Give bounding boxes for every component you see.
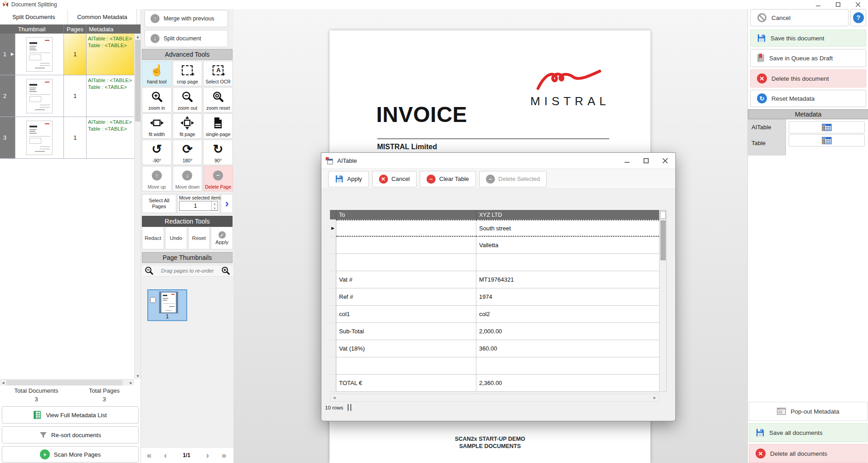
- document-row-3[interactable]: 3 1 AITable : <TABLE>Table : <TABLE>: [0, 117, 134, 159]
- scroll-down-icon[interactable]: ▼: [135, 373, 141, 379]
- help-button[interactable]: ?: [850, 9, 866, 26]
- scrollbar-thumb[interactable]: [6, 380, 122, 385]
- document-thumbnail[interactable]: [26, 37, 53, 72]
- reset-metadata-button[interactable]: ↻ Reset Metadata: [750, 90, 866, 107]
- save-this-document-button[interactable]: Save this document: [750, 29, 866, 47]
- row-selector[interactable]: [330, 254, 336, 271]
- merge-with-previous-button[interactable]: ↑ Merge with previous: [145, 10, 228, 27]
- apply-redaction-button[interactable]: ✓ Apply: [211, 227, 233, 249]
- select-ocr-button[interactable]: A+ Select OCR: [203, 61, 233, 86]
- popout-metadata-button[interactable]: Pop-out Metadata: [749, 402, 868, 421]
- scroll-left-icon[interactable]: ◄: [0, 380, 6, 386]
- grid-row-8[interactable]: Vat (18%) 360.00: [330, 340, 659, 357]
- save-all-documents-button[interactable]: Save all documents: [749, 423, 868, 442]
- rotate-180-button[interactable]: ⟳ 180°: [173, 140, 203, 165]
- grid-row-9[interactable]: [330, 357, 659, 375]
- first-page-button[interactable]: «: [141, 450, 157, 460]
- left-horizontal-scrollbar[interactable]: ◄ ►: [0, 379, 134, 385]
- view-full-metadata-button[interactable]: View Full Metadata List: [2, 406, 139, 424]
- grid-row-4[interactable]: Vat # MT19764321: [330, 271, 659, 288]
- scrollbar-top-box[interactable]: [660, 211, 666, 219]
- scrollbar-thumb[interactable]: [660, 220, 666, 260]
- grid-row-5[interactable]: Ref # 1974: [330, 288, 659, 306]
- redact-button[interactable]: Redact: [142, 227, 164, 249]
- grid-row-6[interactable]: col1 col2: [330, 306, 659, 323]
- undo-button[interactable]: Undo: [165, 227, 187, 249]
- scroll-left-icon[interactable]: ◄: [332, 395, 336, 400]
- row-selector[interactable]: [330, 340, 336, 357]
- thumbnail-cell[interactable]: [15, 34, 63, 75]
- page-select-checkbox[interactable]: [150, 297, 156, 303]
- tab-common-metadata[interactable]: Common Metadata: [68, 9, 137, 24]
- grid-vertical-scrollbar[interactable]: [659, 210, 667, 392]
- zoom-reset-button[interactable]: zoom reset: [203, 87, 233, 112]
- delete-all-documents-button[interactable]: ✕ Delete all documents: [749, 444, 868, 463]
- crop-page-button[interactable]: + crop page: [173, 61, 203, 86]
- previous-page-button[interactable]: ‹: [157, 450, 174, 460]
- spinner-arrows[interactable]: ▲▼: [211, 201, 218, 210]
- hand-tool-button[interactable]: ☝ hand tool: [142, 61, 172, 86]
- row-selector[interactable]: [330, 237, 336, 254]
- move-target-input[interactable]: [179, 201, 211, 210]
- row-selector[interactable]: [330, 357, 336, 375]
- dialog-cancel-button[interactable]: ✕ Cancel: [372, 171, 417, 187]
- delete-selected-button[interactable]: − Delete Selected: [479, 171, 547, 187]
- delete-this-document-button[interactable]: ✕ Delete this document: [750, 69, 866, 88]
- select-all-pages-button[interactable]: Select All Pages: [142, 194, 176, 213]
- zoom-in-button[interactable]: zoom in: [142, 87, 172, 112]
- row-selector[interactable]: [330, 271, 336, 288]
- dialog-title-bar[interactable]: AITable: [321, 153, 675, 168]
- scrollbar-thumb[interactable]: [135, 40, 141, 122]
- thumbnail-cell[interactable]: [15, 75, 63, 117]
- row-selector[interactable]: [330, 323, 336, 340]
- move-up-button[interactable]: ↑ Move up: [142, 166, 172, 191]
- reset-button[interactable]: Reset: [188, 227, 210, 249]
- page-preview[interactable]: [161, 292, 176, 312]
- fit-width-button[interactable]: fit width: [142, 113, 172, 139]
- dialog-close-button[interactable]: [655, 153, 674, 168]
- table-field-button[interactable]: [789, 134, 865, 146]
- grid-row-3[interactable]: [330, 254, 659, 271]
- left-vertical-scrollbar[interactable]: ▲ ▼: [134, 34, 141, 379]
- zoom-out-button[interactable]: zoom out: [173, 87, 203, 112]
- rotate-90-button[interactable]: ↻ 90°: [203, 140, 233, 165]
- scroll-up-icon[interactable]: ▲: [135, 34, 141, 40]
- cancel-button[interactable]: Cancel: [750, 9, 849, 26]
- scroll-right-icon[interactable]: ►: [653, 395, 657, 400]
- row-selector[interactable]: ▶: [330, 219, 336, 237]
- spinner-up-icon[interactable]: ▲: [212, 201, 218, 206]
- clear-table-button[interactable]: − Clear Table: [420, 171, 476, 187]
- column-header-metadata[interactable]: Metadata: [86, 24, 134, 34]
- last-page-button[interactable]: »: [216, 450, 232, 460]
- window-maximize-button[interactable]: [828, 0, 848, 9]
- row-selector[interactable]: [330, 375, 336, 392]
- move-go-button[interactable]: ›: [221, 194, 233, 213]
- document-thumbnail[interactable]: [26, 121, 53, 155]
- grid-row-1[interactable]: ▶ South street: [330, 219, 659, 237]
- spinner-down-icon[interactable]: ▼: [212, 206, 218, 210]
- window-close-button[interactable]: [848, 0, 868, 9]
- move-target-spinner[interactable]: ▲▼: [179, 201, 218, 211]
- document-thumbnail[interactable]: [26, 79, 53, 113]
- grid-row-7[interactable]: Sub-Total 2,000.00: [330, 323, 659, 340]
- split-document-button[interactable]: ↓ Split document: [145, 30, 228, 47]
- column-header-pages[interactable]: Pages: [63, 24, 86, 34]
- grid-row-10[interactable]: TOTAL € 2,360.00: [330, 375, 659, 392]
- grid-row-2[interactable]: Valletta: [330, 237, 659, 254]
- dialog-maximize-button[interactable]: [636, 153, 655, 168]
- grid-horizontal-scrollbar[interactable]: ◄ ►: [330, 394, 659, 402]
- tab-split-documents[interactable]: Split Documents: [0, 9, 68, 24]
- thumbs-zoom-out-icon[interactable]: [145, 266, 154, 275]
- save-in-queue-button[interactable]: Save in Queue as Draft: [750, 49, 866, 67]
- rotate-minus-90-button[interactable]: ↺ -90°: [142, 140, 172, 165]
- row-selector[interactable]: [330, 288, 336, 306]
- move-down-button[interactable]: ↓ Move down: [173, 166, 203, 191]
- row-selector[interactable]: [330, 306, 336, 323]
- delete-page-button[interactable]: − Delete Page: [203, 166, 233, 191]
- grid-column-xyz[interactable]: XYZ LTD: [476, 210, 659, 219]
- thumbnail-page-holder[interactable]: [159, 292, 178, 313]
- aitable-field-button[interactable]: [789, 121, 865, 133]
- window-minimize-button[interactable]: [808, 0, 828, 9]
- resort-documents-button[interactable]: Re-sort documents: [2, 426, 139, 444]
- document-row-2[interactable]: 2 1 AITable : <TABLE>Table : <TABLE>: [0, 75, 134, 117]
